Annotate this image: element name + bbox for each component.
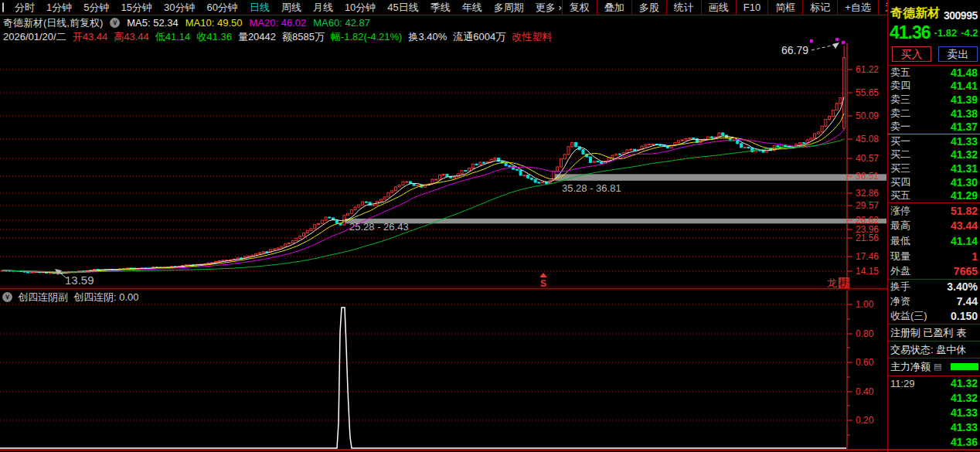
quote-row[interactable]: 买五41.29 [888, 189, 980, 202]
row-label: 买四 [890, 175, 910, 189]
quote-row[interactable]: 买三41.31 [888, 161, 980, 175]
tool-button-4[interactable]: 统计 [666, 0, 701, 15]
period-tab-8[interactable]: 周线 [281, 1, 301, 15]
main-flow-row[interactable]: 主力净额 ▤ [888, 359, 980, 376]
quote-row[interactable]: 卖二41.38 [888, 107, 980, 121]
tool-button-7[interactable]: 简框 [767, 0, 802, 15]
app-window: 分时1分钟5分钟15分钟30分钟60分钟日线周线月线10分钟45日线季线年线多周… [0, 0, 980, 452]
subchart-header: ∨ 创四连阴副 创四连阴: 0.00 [2, 291, 139, 303]
indicator-spike [0, 308, 846, 448]
row-value: 41.41 [951, 80, 978, 92]
row-label: 最低 [890, 234, 910, 248]
sell-button[interactable]: 卖出 [938, 46, 978, 62]
period-tab-12[interactable]: 季线 [430, 1, 451, 15]
split-marker: S [540, 278, 546, 289]
list-icon: ▤ [934, 362, 941, 372]
subchart-value-label: 创四连阴: 0.00 [73, 291, 139, 304]
row-label: 卖三 [890, 93, 910, 107]
info-segment: 幅-1.82(-4.21%) [331, 30, 402, 42]
row-value: 0.150 [951, 310, 978, 322]
quote-row[interactable]: 卖四41.41 [888, 80, 980, 93]
period-tab-9[interactable]: 月线 [313, 1, 333, 15]
period-tab-3[interactable]: 5分钟 [83, 1, 109, 15]
quote-row[interactable]: 换手3.40% [888, 280, 980, 294]
tool-button-1[interactable]: 复权 [562, 0, 597, 15]
ma60-label: MA60: 42.87 [313, 17, 370, 29]
quote-row[interactable]: 买四41.30 [888, 175, 980, 189]
chevron-down-icon[interactable]: ∨ [110, 18, 120, 28]
row-value: 41.29 [951, 189, 978, 202]
quote-row[interactable]: 买二41.32 [888, 148, 980, 162]
tick-price: 41.32 [951, 377, 978, 389]
tick-price: 41.33 [951, 421, 978, 433]
period-tab-15[interactable]: 更多 › [536, 1, 562, 15]
quote-row[interactable]: 卖三41.39 [888, 93, 980, 107]
row-value: 41.31 [951, 162, 978, 175]
tick-price: 41.32 [951, 392, 978, 404]
row-label: 卖四 [890, 79, 910, 93]
period-tab-4[interactable]: 15分钟 [121, 1, 151, 15]
price-axis-label: 29.57 [856, 200, 879, 211]
info-segment: 额8585万 [282, 30, 325, 42]
row-label: 外盘 [890, 264, 910, 278]
row-label: 卖二 [890, 107, 910, 121]
info-segment: 流通6004万 [453, 30, 505, 42]
period-tab-10[interactable]: 10分钟 [345, 1, 376, 15]
tool-button-8[interactable]: 标记 [802, 0, 837, 15]
row-label: 换手 [890, 280, 910, 294]
tool-button-2[interactable]: 叠加 [597, 0, 631, 15]
tool-button-5[interactable]: 画线 [701, 0, 736, 15]
buy-button[interactable]: 买入 [892, 46, 931, 62]
quote-row[interactable]: 现量1 [888, 249, 980, 264]
row-label: 净资 [890, 294, 910, 308]
corner-badge-char: 榜 [839, 277, 849, 289]
chevron-down-icon[interactable]: ∨ [2, 292, 12, 302]
row-value: 41.14 [951, 235, 978, 247]
bottom-border [0, 449, 980, 450]
quote-row[interactable]: 收益(三)0.150 [888, 309, 980, 324]
daily-info-line: 2026/01/20/二开43.44高43.44低41.14收41.36量204… [3, 30, 552, 42]
main-flow-label: 主力净额 [890, 360, 931, 374]
period-tab-1[interactable]: 分时 [15, 1, 35, 15]
period-tab-7[interactable]: 日线 [250, 1, 270, 15]
tick-row: 11:2941.32 [888, 376, 980, 391]
quote-row[interactable]: 卖五41.48 [888, 66, 980, 80]
row-value: 41.48 [951, 66, 978, 79]
info-segment: 收41.36 [196, 30, 232, 42]
tool-button-3[interactable]: 多股 [631, 0, 666, 15]
registration-note: 注册制 已盈利 表 [888, 325, 980, 342]
price-change-pct: -4.2 [961, 27, 978, 39]
price-axis-label: 21.56 [856, 233, 879, 243]
quote-row[interactable]: 最低41.14 [888, 233, 980, 249]
quote-row[interactable]: 涨停51.82 [888, 203, 980, 219]
tick-price: 41.33 [951, 406, 978, 419]
quote-row[interactable]: 净资7.44 [888, 294, 980, 309]
price-axis-label: 45.08 [856, 134, 879, 144]
quote-row[interactable]: 最高43.44 [888, 219, 980, 234]
tool-button-9[interactable]: +自选 [837, 0, 878, 15]
gap-zone-band [553, 174, 886, 180]
period-tab-14[interactable]: 多周期 [494, 1, 524, 15]
low-price-label: 13.59 [65, 274, 94, 287]
quote-row[interactable]: 外盘7665 [888, 263, 980, 279]
period-tab-2[interactable]: 1分钟 [46, 1, 72, 15]
info-segment: 改性塑料 [512, 30, 552, 42]
signal-dot [835, 38, 839, 41]
ma5-label: MA5: 52.34 [127, 17, 179, 29]
row-label: 买五 [890, 189, 910, 202]
period-tab-11[interactable]: 45日线 [387, 1, 418, 15]
price-axis-label: 17.46 [856, 251, 879, 262]
row-label: 买三 [890, 161, 910, 175]
kline-chart-canvas[interactable]: 25.28 - 26.4335.28 - 36.8166.7913.59S龙榜6… [0, 0, 887, 452]
period-tab-5[interactable]: 30分钟 [164, 1, 195, 15]
period-tab-13[interactable]: 年线 [462, 1, 482, 15]
main-flow-bar [951, 363, 978, 370]
period-tab-6[interactable]: 60分钟 [206, 1, 237, 15]
price-row: 41.36 -1.82 -4.2 [888, 22, 980, 44]
chart-title-line: 奇德新材(日线,前复权) ∨ MA5: 52.34 MA10: 49.50 MA… [3, 17, 370, 29]
tool-button-6[interactable]: F10 [736, 0, 767, 15]
window-layout-icon[interactable] [2, 2, 4, 12]
quote-row[interactable]: 卖一41.37 [888, 120, 980, 134]
quote-row[interactable]: 买一41.33 [888, 134, 980, 148]
indicator-axis-label: 1.00 [856, 299, 874, 310]
